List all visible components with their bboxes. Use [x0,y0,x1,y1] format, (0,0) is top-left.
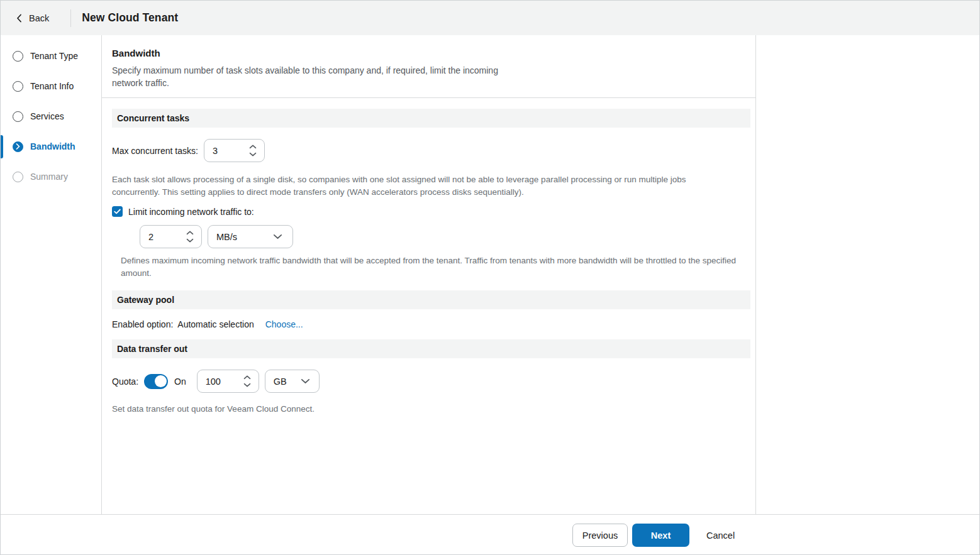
quota-row: Quota: On 100 GB [112,370,750,393]
previous-button[interactable]: Previous [572,524,628,547]
dropdown-value: MB/s [216,232,237,242]
concurrent-tasks-note: Each task slot allows processing of a si… [112,173,704,199]
max-tasks-spinner[interactable]: 3 [204,139,265,162]
step-description: Specify maximum number of task slots ava… [112,64,509,89]
max-tasks-row: Max concurrent tasks: 3 [112,139,750,162]
spinner-value: 100 [206,376,221,387]
limit-unit-dropdown[interactable]: MB/s [208,225,293,248]
step-label: Tenant Type [30,51,78,61]
gateway-pool-row: Enabled option: Automatic selection Choo… [112,319,750,329]
next-button[interactable]: Next [632,524,689,547]
chevron-down-icon [273,234,282,239]
wizard-header: Back New Cloud Tenant [1,1,979,35]
quota-note: Set data transfer out quota for Veeam Cl… [112,403,704,415]
limit-traffic-label: Limit incoming network traffic to: [128,207,254,217]
step-title: Bandwidth [112,48,745,58]
sidebar-item-services[interactable]: Services [1,101,101,131]
sidebar-item-tenant-info[interactable]: Tenant Info [1,71,101,101]
choose-link[interactable]: Choose... [265,319,303,329]
spinner-up-button[interactable] [186,230,194,236]
section-header-gateway-pool: Gateway pool [112,290,750,309]
step-header: Bandwidth Specify maximum number of task… [102,35,755,98]
step-active-chevron-icon [13,141,23,152]
section-label: Gateway pool [117,295,174,305]
max-tasks-label: Max concurrent tasks: [112,146,198,156]
footer-buttons: Previous Next Cancel [572,524,735,547]
limit-traffic-checkbox[interactable] [112,206,123,217]
spinner-value: 2 [148,232,153,242]
step-circle-icon [13,111,23,122]
spinner-down-button[interactable] [243,382,252,388]
checkmark-icon [114,209,121,214]
step-content: Concurrent tasks Max concurrent tasks: 3… [102,98,755,415]
spinner-down-button[interactable] [186,238,194,243]
enabled-option-label: Enabled option: [112,319,173,329]
quota-label: Quota: [112,376,138,387]
quota-unit-dropdown[interactable]: GB [265,370,320,393]
spinner-arrows [243,375,252,388]
section-header-concurrent-tasks: Concurrent tasks [112,109,750,128]
header-divider [70,9,71,27]
section-label: Data transfer out [117,344,187,354]
step-label: Bandwidth [30,141,75,151]
step-label: Services [30,111,64,121]
spinner-up-button[interactable] [248,144,257,150]
wizard-steps-sidebar: Tenant Type Tenant Info Services Bandwid… [1,35,102,514]
chevron-left-icon [16,14,22,23]
quota-state-label: On [174,376,186,387]
sidebar-item-summary[interactable]: Summary [1,162,101,192]
limit-traffic-row: Limit incoming network traffic to: [112,206,750,217]
step-label: Summary [30,172,68,182]
limit-traffic-note: Defines maximum incoming network traffic… [121,255,741,280]
step-circle-icon [13,172,23,182]
cancel-button[interactable]: Cancel [706,530,735,541]
spinner-up-button[interactable] [243,375,252,380]
limit-traffic-controls: 2 MB/s [140,225,750,248]
step-circle-icon [13,81,23,92]
active-step-indicator [1,135,3,158]
enabled-option-value: Automatic selection [177,319,253,329]
chevron-down-icon [301,378,310,384]
step-label: Tenant Info [30,81,74,91]
bandwidth-step-panel: Bandwidth Specify maximum number of task… [102,35,756,514]
section-header-data-transfer-out: Data transfer out [112,339,750,358]
sidebar-item-tenant-type[interactable]: Tenant Type [1,41,101,71]
wizard-footer: Previous Next Cancel [1,514,979,555]
quota-toggle[interactable] [144,374,168,389]
back-button[interactable]: Back [16,13,49,23]
step-circle-icon [13,51,23,62]
dropdown-value: GB [274,376,287,387]
limit-value-spinner[interactable]: 2 [140,225,202,248]
section-label: Concurrent tasks [117,113,189,123]
toggle-knob [155,375,167,387]
spinner-arrows [248,144,257,157]
page-title: New Cloud Tenant [82,11,178,25]
quota-value-spinner[interactable]: 100 [197,370,259,393]
sidebar-item-bandwidth[interactable]: Bandwidth [1,131,101,162]
spinner-arrows [186,230,194,243]
spinner-value: 3 [213,146,218,156]
back-label: Back [29,13,49,23]
spinner-down-button[interactable] [248,151,257,157]
